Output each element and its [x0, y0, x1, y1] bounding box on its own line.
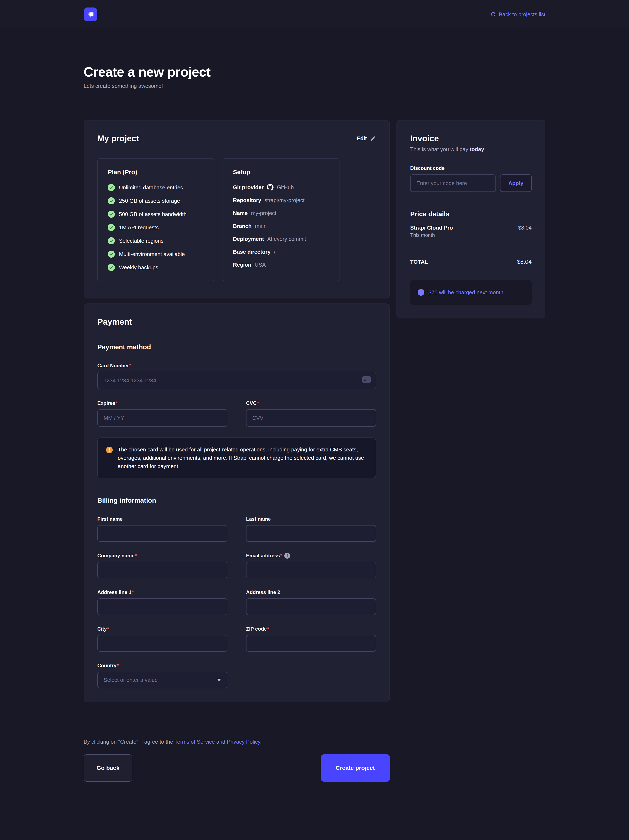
last-name-label: Last name — [246, 516, 376, 522]
next-month-charge-notice: $75 will be charged next month. — [410, 280, 532, 305]
page-subtitle: Lets create something awesome! — [84, 83, 545, 89]
redo-arrow-icon — [490, 12, 496, 17]
check-icon — [108, 251, 115, 258]
back-to-projects-link[interactable]: Back to projects list — [490, 11, 545, 18]
invoice-total-row: TOTAL $8.04 — [410, 259, 532, 265]
info-icon — [284, 553, 290, 559]
payment-card: Payment Payment method Card Number* — [84, 303, 390, 702]
strapi-cloud-logo-icon — [84, 8, 97, 21]
check-icon — [108, 237, 115, 244]
setup-row-deployment: DeploymentAt every commit — [233, 235, 329, 242]
plan-panel: Plan (Pro) Unlimited database entries 25… — [97, 158, 214, 281]
invoice-card: Invoice This is what you will pay today … — [396, 120, 545, 319]
payment-method-title: Payment method — [97, 343, 376, 351]
card-number-input[interactable] — [97, 372, 376, 389]
plan-feature: 1M API requests — [108, 224, 204, 231]
plan-feature: Selectable regions — [108, 237, 204, 244]
country-select[interactable]: Select or enter a value — [97, 672, 227, 688]
setup-row-branch: Branchmain — [233, 223, 329, 229]
terms-text: By clicking on "Create", I agree to the … — [84, 739, 390, 745]
country-label: Country* — [97, 662, 227, 669]
edit-project-button[interactable]: Edit — [357, 135, 376, 142]
check-icon — [108, 211, 115, 218]
cvc-input[interactable] — [246, 409, 376, 427]
invoice-title: Invoice — [410, 134, 532, 143]
check-icon — [108, 197, 115, 204]
credit-card-icon — [362, 376, 371, 385]
card-usage-notice: The chosen card will be used for all pro… — [97, 437, 376, 478]
plan-feature-list: Unlimited database entries 250 GB of ass… — [108, 184, 204, 271]
address-line-2-label: Address line 2 — [246, 589, 376, 595]
check-icon — [108, 224, 115, 231]
invoice-subtitle: This is what you will pay today — [410, 146, 532, 153]
github-icon — [267, 184, 274, 191]
discount-code-label: Discount code — [410, 165, 532, 171]
last-name-input[interactable] — [246, 525, 376, 542]
payment-title: Payment — [97, 317, 376, 327]
create-project-button[interactable]: Create project — [321, 754, 390, 782]
setup-row-region: RegionUSA — [233, 261, 329, 268]
warning-icon — [106, 445, 113, 453]
address-line-2-input[interactable] — [246, 598, 376, 615]
price-details-title: Price details — [410, 210, 532, 218]
zip-code-input[interactable] — [246, 635, 376, 652]
city-input[interactable] — [97, 635, 227, 652]
email-address-label: Email address* — [246, 553, 376, 559]
plan-feature: Unlimited database entries — [108, 184, 204, 191]
info-icon — [418, 289, 424, 296]
check-icon — [108, 184, 115, 191]
top-navigation-bar: Back to projects list — [0, 0, 629, 29]
my-project-card: My project Edit Plan (Pro) — [84, 120, 390, 298]
plan-feature: 250 GB of assets storage — [108, 197, 204, 204]
expires-input[interactable] — [97, 409, 227, 427]
go-back-button[interactable]: Go back — [84, 754, 132, 782]
plan-title: Plan (Pro) — [108, 169, 204, 176]
email-address-input[interactable] — [246, 562, 376, 578]
setup-row-git-provider: Git provider GitHub — [233, 184, 329, 191]
price-line-period: This month — [410, 232, 532, 238]
page-title: Create a new project — [84, 64, 545, 80]
setup-row-name: Namemy-project — [233, 210, 329, 216]
setup-panel: Setup Git provider GitHub Repositorystra… — [222, 158, 339, 281]
price-line-item: Strapi Cloud Pro $8.04 — [410, 224, 532, 231]
plan-feature: 500 GB of assets bandwidth — [108, 211, 204, 218]
setup-list: Git provider GitHub Repositorystrapi/my-… — [233, 184, 329, 268]
terms-of-service-link[interactable]: Terms of Service — [175, 739, 215, 745]
address-line-1-input[interactable] — [97, 598, 227, 615]
privacy-policy-link[interactable]: Privacy Policy — [227, 739, 260, 745]
company-name-input[interactable] — [97, 562, 227, 578]
company-name-label: Company name* — [97, 553, 227, 559]
zip-code-label: ZIP code* — [246, 626, 376, 632]
setup-title: Setup — [233, 169, 329, 176]
card-number-label: Card Number* — [97, 363, 376, 369]
expires-label: Expires* — [97, 400, 227, 406]
chevron-down-icon — [217, 679, 221, 681]
address-line-1-label: Address line 1* — [97, 589, 227, 595]
plan-feature: Multi-environment available — [108, 251, 204, 258]
discount-code-input[interactable] — [410, 174, 496, 192]
invoice-divider — [410, 244, 532, 244]
setup-row-base-directory: Base directory/ — [233, 248, 329, 255]
billing-information-title: Billing information — [97, 497, 376, 504]
check-icon — [108, 264, 115, 271]
apply-discount-button[interactable]: Apply — [500, 174, 532, 192]
project-card-title: My project — [97, 134, 139, 143]
first-name-label: First name — [97, 516, 227, 522]
city-label: City* — [97, 626, 227, 632]
pencil-icon — [370, 136, 376, 142]
first-name-input[interactable] — [97, 525, 227, 542]
plan-feature: Weekly backups — [108, 264, 204, 271]
setup-row-repository: Repositorystrapi/my-project — [233, 197, 329, 204]
cvc-label: CVC* — [246, 400, 376, 406]
